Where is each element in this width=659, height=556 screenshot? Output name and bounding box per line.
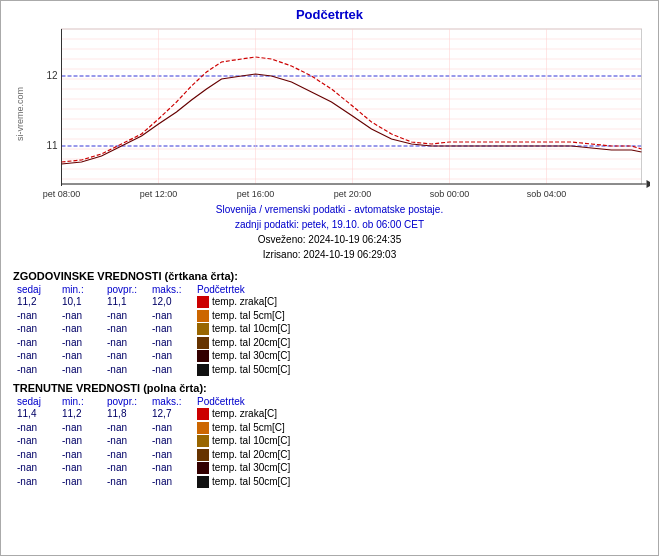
legend-color xyxy=(197,323,209,335)
col-label-curr: Podčetrtek xyxy=(193,396,646,407)
svg-text:sob 04:00: sob 04:00 xyxy=(527,189,567,199)
legend-color xyxy=(197,350,209,362)
page-container: Podčetrtek si-vreme.com xyxy=(0,0,659,556)
col-min-hist: min.: xyxy=(58,284,103,295)
legend-color xyxy=(197,476,209,488)
svg-text:11: 11 xyxy=(46,140,58,151)
table-row: -nan-nan-nan-nantemp. tal 30cm[C] xyxy=(13,349,646,363)
y-axis-label: si-vreme.com xyxy=(9,24,31,204)
table-row: -nan-nan-nan-nantemp. tal 30cm[C] xyxy=(13,461,646,475)
chart-title: Podčetrtek xyxy=(1,1,658,24)
info-line4: Izrisano: 2024-10-19 06:29:03 xyxy=(1,247,658,262)
table-row: 11,210,111,112,0temp. zraka[C] xyxy=(13,295,646,309)
chart-area: 12 11 pet 08:00 pet 12:00 pet 16:00 pet … xyxy=(31,24,650,204)
svg-text:pet 12:00: pet 12:00 xyxy=(140,189,178,199)
legend-color xyxy=(197,422,209,434)
table-row: -nan-nan-nan-nantemp. tal 10cm[C] xyxy=(13,434,646,448)
col-label-hist: Podčetrtek xyxy=(193,284,646,295)
current-table: sedaj min.: povpr.: maks.: Podčetrtek 11… xyxy=(13,396,646,488)
current-header: TRENUTNE VREDNOSTI (polna črta): xyxy=(13,382,646,394)
col-povpr-curr: povpr.: xyxy=(103,396,148,407)
legend-color xyxy=(197,408,209,420)
col-min-curr: min.: xyxy=(58,396,103,407)
svg-marker-27 xyxy=(647,180,651,188)
svg-rect-0 xyxy=(62,29,642,184)
svg-text:12: 12 xyxy=(46,70,58,81)
col-sedaj-curr: sedaj xyxy=(13,396,58,407)
table-row: -nan-nan-nan-nantemp. tal 20cm[C] xyxy=(13,336,646,350)
historical-header: ZGODOVINSKE VREDNOSTI (črtkana črta): xyxy=(13,270,646,282)
table-row: -nan-nan-nan-nantemp. tal 20cm[C] xyxy=(13,448,646,462)
info-line3: Osveženo: 2024-10-19 06:24:35 xyxy=(1,232,658,247)
legend-color xyxy=(197,449,209,461)
legend-color xyxy=(197,364,209,376)
col-maks-hist: maks.: xyxy=(148,284,193,295)
col-sedaj-hist: sedaj xyxy=(13,284,58,295)
current-section: TRENUTNE VREDNOSTI (polna črta): sedaj m… xyxy=(1,376,658,488)
info-line2: zadnji podatki: petek, 19.10. ob 06:00 C… xyxy=(1,217,658,232)
chart-svg: 12 11 pet 08:00 pet 12:00 pet 16:00 pet … xyxy=(31,24,650,202)
legend-color xyxy=(197,296,209,308)
col-maks-curr: maks.: xyxy=(148,396,193,407)
historical-table: sedaj min.: povpr.: maks.: Podčetrtek 11… xyxy=(13,284,646,376)
table-row: -nan-nan-nan-nantemp. tal 5cm[C] xyxy=(13,421,646,435)
table-row: -nan-nan-nan-nantemp. tal 5cm[C] xyxy=(13,309,646,323)
legend-color xyxy=(197,462,209,474)
svg-text:sob 00:00: sob 00:00 xyxy=(430,189,470,199)
table-row: -nan-nan-nan-nantemp. tal 50cm[C] xyxy=(13,363,646,377)
info-line1: Slovenija / vremenski podatki - avtomats… xyxy=(1,202,658,217)
historical-section: ZGODOVINSKE VREDNOSTI (črtkana črta): se… xyxy=(1,264,658,376)
svg-text:pet 16:00: pet 16:00 xyxy=(237,189,275,199)
svg-text:pet 20:00: pet 20:00 xyxy=(334,189,372,199)
table-row: -nan-nan-nan-nantemp. tal 10cm[C] xyxy=(13,322,646,336)
table-row: 11,411,211,812,7temp. zraka[C] xyxy=(13,407,646,421)
legend-color xyxy=(197,310,209,322)
info-section: Slovenija / vremenski podatki - avtomats… xyxy=(1,200,658,264)
legend-color xyxy=(197,435,209,447)
table-row: -nan-nan-nan-nantemp. tal 50cm[C] xyxy=(13,475,646,489)
svg-text:pet 08:00: pet 08:00 xyxy=(43,189,81,199)
col-povpr-hist: povpr.: xyxy=(103,284,148,295)
legend-color xyxy=(197,337,209,349)
